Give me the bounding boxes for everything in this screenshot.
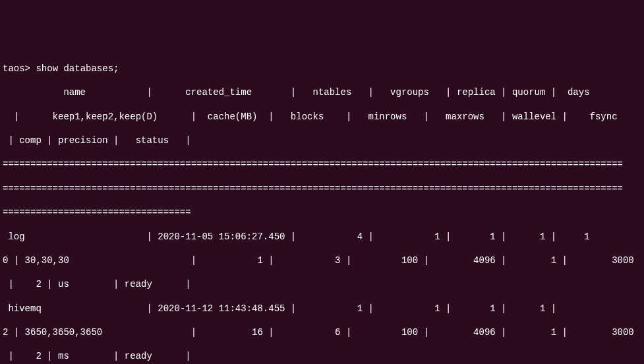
db-row-log-2: 0 | 30,30,30 | 1 | 3 | 100 | 4096 | 1 | …: [3, 255, 641, 266]
db-row-hivemq-3: | 2 | ms | ready |: [3, 350, 641, 362]
separator: ==================================: [3, 206, 641, 218]
db-row-hivemq-1: hivemq | 2020-11-12 11:43:48.455 | 1 | 1…: [3, 303, 641, 315]
db-header-row3: | comp | precision | status |: [3, 135, 641, 146]
db-header-row1: name | created_time | ntables | vgroups …: [3, 86, 641, 98]
separator: ========================================…: [3, 158, 641, 170]
command-show-databases: show databases;: [36, 63, 119, 74]
db-header-row2: | keep1,keep2,keep(D) | cache(MB) | bloc…: [3, 111, 641, 123]
separator: ========================================…: [3, 183, 641, 195]
terminal-output: taos> show databases; name | created_tim…: [3, 51, 641, 364]
db-row-hivemq-2: 2 | 3650,3650,3650 | 16 | 6 | 100 | 4096…: [3, 326, 641, 338]
db-row-log-1: log | 2020-11-05 15:06:27.450 | 4 | 1 | …: [3, 231, 641, 243]
prompt: taos>: [3, 63, 30, 74]
db-row-log-3: | 2 | us | ready |: [3, 278, 641, 290]
